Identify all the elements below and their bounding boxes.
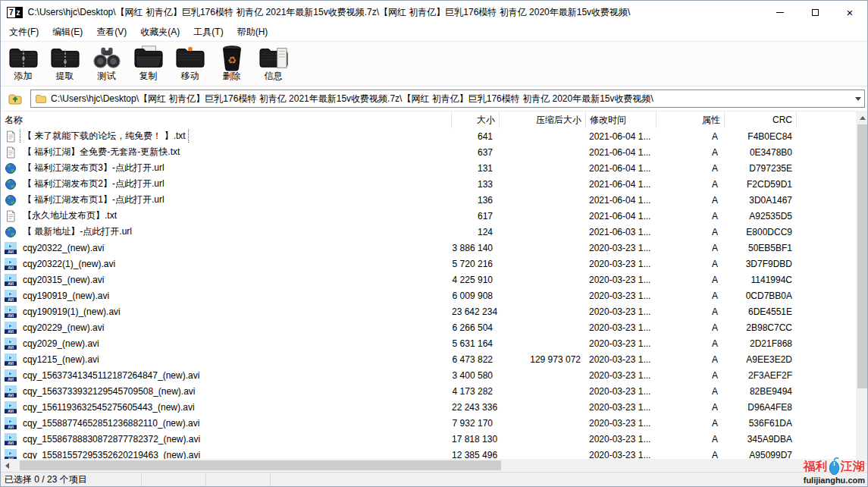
scroll-left-button[interactable] (1, 459, 14, 472)
toolbar-move-label: 移动 (181, 71, 199, 81)
crc-value: 0E3478B0 (725, 147, 797, 158)
toolbar-copy-button[interactable]: 复制 (127, 43, 169, 85)
crc-value: 2F3AEF2F (725, 370, 797, 381)
file-row[interactable]: AVIcqy190919_(new).avi6 009 9082020-03-2… (1, 287, 856, 303)
svg-text:AVI: AVI (8, 314, 14, 318)
menu-help[interactable]: 帮助(H) (230, 24, 275, 41)
address-path: C:\Users\hjc\Desktop\【网红 初青亿】巨乳176模特 初青亿… (51, 93, 848, 105)
file-name: 【 福利江湖发布页3】-点此打开.url (20, 161, 167, 175)
address-combobox[interactable]: C:\Users\hjc\Desktop\【网红 初青亿】巨乳176模特 初青亿… (30, 90, 865, 108)
file-name-cell: 【 福利江湖发布页3】-点此打开.url (1, 161, 452, 175)
file-name: 【永久地址发布页】.txt (20, 209, 119, 223)
file-size: 12 385 496 (452, 450, 500, 460)
file-name: cqy1215_(new).avi (20, 353, 102, 366)
modified-date: 2020-03-23 1... (586, 402, 656, 413)
file-name: cqy_15588774652851236882110_(new).avi (20, 417, 202, 429)
svg-text:AVI: AVI (8, 266, 14, 270)
horizontal-scrollbar-thumb[interactable] (20, 460, 501, 470)
modified-date: 2021-06-04 1... (586, 195, 656, 206)
status-panel-3 (205, 473, 270, 486)
column-header-modified[interactable]: 修改时间 (586, 112, 656, 128)
file-row[interactable]: 【 福利江湖发布页3】-点此打开.url1312021-06-04 1...AD… (1, 160, 856, 176)
column-header-packed[interactable]: 压缩后大小 (500, 112, 586, 128)
column-header-name[interactable]: 名称 (1, 112, 452, 128)
file-row[interactable]: 【永久地址发布页】.txt6172021-06-04 1...AA92535D5 (1, 208, 856, 224)
up-directory-button[interactable] (4, 89, 27, 108)
crc-value: 50EB5BF1 (725, 243, 797, 253)
menu-edit[interactable]: 编辑(E) (45, 24, 89, 41)
file-row[interactable]: 【 来了就能下载的论坛，纯免费！ 】.txt6412021-06-04 1...… (1, 128, 856, 144)
crc-value: 2D21F868 (725, 338, 797, 349)
modified-date: 2020-03-23 1... (586, 354, 656, 365)
extract-folder-icon (49, 43, 82, 72)
chevron-up-icon (860, 116, 866, 120)
scroll-up-button[interactable] (856, 112, 868, 124)
file-name-cell: AVIcqy20322_(new).avi (1, 242, 452, 254)
toolbar-info-button[interactable]: 信息 (252, 43, 294, 85)
file-row[interactable]: AVIcqy20229_(new).avi6 266 5042020-03-23… (1, 319, 856, 335)
menu-view[interactable]: 查看(V) (89, 24, 133, 41)
scroll-right-button[interactable] (843, 459, 856, 472)
chevron-down-icon (855, 97, 861, 101)
scroll-down-button[interactable] (856, 459, 868, 472)
vertical-scrollbar-thumb[interactable] (857, 124, 867, 388)
window-controls: × (763, 1, 867, 24)
crc-value: 1141994C (725, 275, 797, 285)
folder-up-icon (8, 92, 23, 105)
toolbar-extract-button[interactable]: 提取 (44, 43, 86, 85)
attributes: A (656, 275, 725, 285)
minimize-button[interactable] (763, 1, 797, 24)
chevron-down-icon (860, 463, 866, 467)
crc-value: E800DCC9 (725, 227, 797, 237)
address-dropdown-button[interactable] (851, 90, 864, 107)
column-header-attr[interactable]: 属性 (656, 112, 725, 128)
file-row[interactable]: AVIcqy2029_(new).avi5 631 1642020-03-23 … (1, 335, 856, 351)
file-row[interactable]: AVIcqy_1563733932129545709508_(new).avi4… (1, 383, 856, 399)
column-header-size[interactable]: 大小 (452, 112, 500, 128)
file-row[interactable]: AVIcqy_1561193632545275605443_(new).avi2… (1, 399, 856, 415)
horizontal-scrollbar[interactable] (1, 459, 856, 472)
file-row[interactable]: AVIcqy1215_(new).avi6 473 822129 973 072… (1, 351, 856, 367)
attributes: A (656, 259, 725, 269)
move-folder-icon (174, 43, 207, 72)
file-row[interactable]: 【 福利江湖发布页2】-点此打开.url1332021-06-04 1...AF… (1, 176, 856, 192)
file-row[interactable]: AVIcqy190919(1)_(new).avi23 642 2342020-… (1, 303, 856, 319)
avi-video-icon: AVI (5, 385, 17, 397)
column-header-crc[interactable]: CRC (725, 112, 797, 128)
file-row[interactable]: AVIcqy_15588774652851236882110_(new).avi… (1, 415, 856, 431)
file-size: 3 886 140 (452, 243, 500, 253)
file-row[interactable]: AVIcqy20322_(new).avi3 886 1402020-03-23… (1, 240, 856, 256)
attributes: A (656, 163, 725, 174)
avi-video-icon: AVI (5, 417, 17, 429)
vertical-scrollbar[interactable] (856, 112, 868, 472)
maximize-button[interactable] (797, 1, 832, 24)
crc-value: F4B0EC84 (725, 131, 797, 142)
text-file-icon (5, 210, 17, 222)
file-row[interactable]: 【 福利江湖】全免费-无套路-更新快.txt6372021-06-04 1...… (1, 144, 856, 160)
file-name: 【 福利江湖发布页1】-点此打开.url (20, 193, 167, 207)
file-row[interactable]: AVIcqy20322(1)_(new).avi5 720 2162020-03… (1, 256, 856, 272)
file-row[interactable]: AVIcqy_15581557295352620219463_(new).avi… (1, 447, 856, 459)
file-row[interactable]: AVIcqy_15586788830872877782372_(new).avi… (1, 431, 856, 447)
attributes: A (656, 211, 725, 222)
file-row[interactable]: AVIcqy20315_(new).avi4 225 9102020-03-23… (1, 272, 856, 287)
file-name: cqy_15637341345112187264847_(new).avi (20, 369, 202, 382)
close-button[interactable]: × (832, 1, 867, 24)
file-size: 17 818 130 (452, 434, 500, 445)
file-row[interactable]: AVIcqy_15637341345112187264847_(new).avi… (1, 367, 856, 383)
avi-video-icon: AVI (5, 338, 17, 350)
modified-date: 2020-03-23 1... (586, 370, 656, 381)
menu-tools[interactable]: 工具(T) (186, 24, 230, 41)
file-row[interactable]: 【 福利江湖发布页1】-点此打开.url1362021-06-04 1...A3… (1, 192, 856, 208)
file-size: 637 (452, 147, 500, 158)
toolbar-test-button[interactable]: 测试 (86, 43, 127, 85)
menu-file[interactable]: 文件(F) (2, 24, 45, 41)
toolbar-add-button[interactable]: 添加 (2, 43, 44, 85)
toolbar-move-button[interactable]: 移动 (169, 43, 211, 85)
attributes: A (656, 227, 725, 237)
toolbar-delete-button[interactable]: ♻删除 (211, 43, 252, 85)
svg-text:AVI: AVI (8, 378, 14, 382)
file-row[interactable]: 【 最新地址】-点此打开.url1242021-06-03 1...AE800D… (1, 224, 856, 240)
menu-favorites[interactable]: 收藏夹(A) (133, 24, 186, 41)
modified-date: 2020-03-23 1... (586, 434, 656, 445)
